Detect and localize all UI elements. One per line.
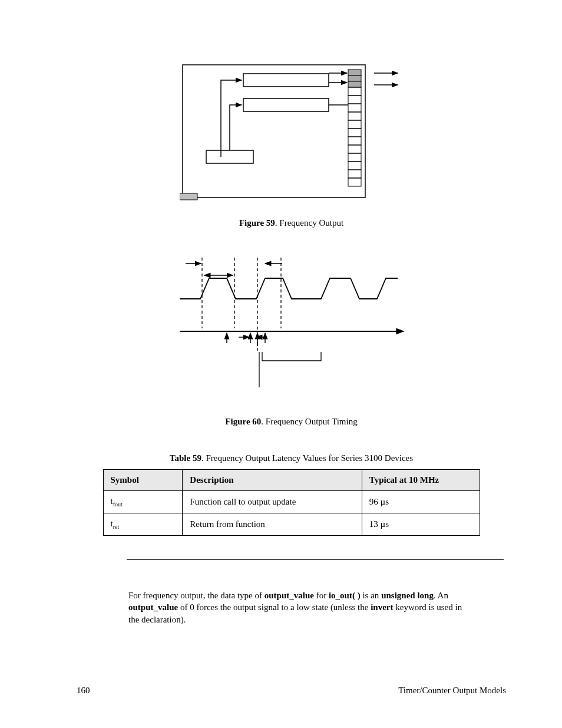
svg-rect-2 [243, 74, 329, 87]
svg-rect-3 [243, 98, 329, 111]
svg-rect-12 [348, 120, 361, 129]
svg-rect-9 [348, 95, 361, 104]
header-typical: Typical at 10 MHz [362, 470, 480, 491]
svg-rect-16 [348, 153, 361, 162]
table-59-caption-text: . Frequency Output Latency Values for Se… [201, 453, 413, 463]
cell-description: Return from function [183, 513, 362, 536]
para-bold: unsigned long [381, 591, 434, 600]
cell-typical: 13 µs [362, 513, 480, 536]
svg-rect-8 [348, 87, 361, 95]
figure-60: Figure 60. Frequency Output Timing [77, 252, 506, 427]
svg-rect-7 [348, 81, 361, 87]
para-bold: output_value [265, 591, 314, 600]
page-footer: 160 Timer/Counter Output Models [77, 686, 506, 696]
cell-description: Function call to output update [183, 491, 362, 513]
figure-59-caption: Figure 59. Frequency Output [77, 218, 506, 228]
header-description: Description [183, 470, 362, 491]
para-bold: io_out( ) [329, 591, 361, 600]
footer-section: Timer/Counter Output Models [398, 686, 506, 696]
figure-60-label: Figure 60 [225, 417, 261, 426]
cell-typical: 96 µs [362, 491, 480, 513]
symbol-sub: ret [113, 523, 120, 530]
table-59-caption: Table 59. Frequency Output Latency Value… [77, 453, 506, 463]
cell-symbol: tfout [103, 491, 183, 513]
para-bold: invert [371, 602, 393, 612]
para-bold: output_value [128, 602, 178, 612]
para-text: for [314, 591, 329, 600]
table-59-label: Table 59 [170, 453, 201, 463]
figure-59-caption-text: . Frequency Output [275, 218, 343, 228]
svg-rect-5 [348, 70, 361, 75]
header-symbol: Symbol [103, 470, 183, 491]
svg-rect-4 [206, 150, 253, 163]
svg-rect-1 [180, 193, 197, 200]
svg-rect-6 [348, 75, 361, 81]
svg-rect-10 [348, 104, 361, 112]
para-text: is an [361, 591, 381, 600]
body-paragraph: For frequency output, the data type of o… [128, 589, 464, 625]
svg-rect-17 [348, 162, 361, 170]
figure-60-diagram [168, 252, 415, 399]
figure-60-caption: Figure 60. Frequency Output Timing [77, 417, 506, 427]
svg-rect-11 [348, 112, 361, 120]
figure-59-label: Figure 59 [239, 218, 275, 228]
table-header-row: Symbol Description Typical at 10 MHz [103, 470, 480, 491]
page-number: 160 [77, 686, 90, 696]
cell-symbol: tret [103, 513, 183, 536]
table-row: tfout Function call to output update 96 … [103, 491, 480, 513]
svg-rect-0 [183, 65, 365, 197]
svg-rect-14 [348, 137, 361, 145]
latency-table: Symbol Description Typical at 10 MHz tfo… [103, 469, 480, 536]
section-divider [127, 559, 504, 560]
svg-rect-15 [348, 145, 361, 153]
figure-60-caption-text: . Frequency Output Timing [261, 417, 357, 426]
table-row: tret Return from function 13 µs [103, 513, 480, 536]
svg-rect-19 [348, 178, 361, 186]
para-text: . An [434, 591, 448, 600]
para-text: of 0 forces the output signal to a low s… [178, 602, 371, 612]
figure-59-diagram [180, 59, 404, 206]
figure-59: Figure 59. Frequency Output [77, 59, 506, 228]
svg-rect-18 [348, 170, 361, 178]
svg-rect-13 [348, 129, 361, 137]
para-text: For frequency output, the data type of [128, 591, 265, 600]
symbol-sub: fout [113, 501, 123, 508]
